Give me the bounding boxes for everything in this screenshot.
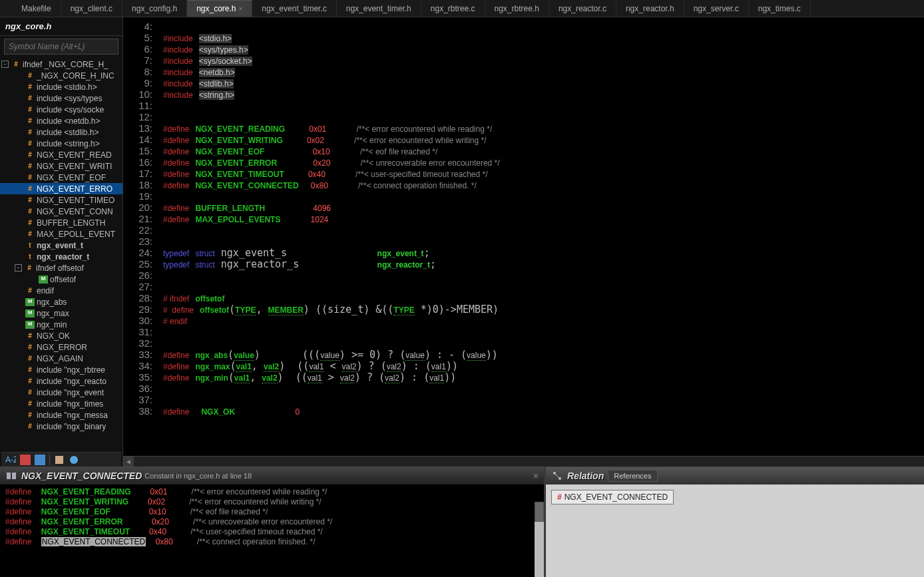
sort-az-icon[interactable]: A-Z [5, 455, 16, 465]
code-line[interactable]: #define NGX_EVENT_EOF 0x10 /**< eof file… [163, 145, 924, 156]
code-line[interactable]: #include <sys/types.h> [163, 43, 924, 55]
context-line[interactable]: #define NGX_EVENT_ERROR 0x20 /**< unreco… [5, 517, 539, 527]
context-vscrollbar[interactable] [535, 502, 544, 577]
close-icon[interactable]: × [533, 471, 539, 481]
tab-makefile[interactable]: Makefile [12, 1, 61, 17]
tab-ngx-config-h[interactable]: ngx_config.h [122, 1, 187, 17]
tab-ngx-core-h[interactable]: ngx_core.h× [187, 0, 252, 17]
code-line[interactable]: # define offsetof(TYPE, MEMBER) ((size_t… [163, 303, 924, 315]
symbol-node[interactable]: #include <sys/types [0, 93, 122, 104]
collapse-icon[interactable]: - [1, 61, 9, 68]
collapse-icon[interactable]: - [15, 264, 22, 272]
tab-ngx-reactor-h[interactable]: ngx_reactor.h [616, 1, 684, 17]
code-line[interactable] [163, 21, 924, 32]
code-line[interactable]: #include <stdio.h> [163, 32, 924, 43]
symbol-node[interactable]: #include "ngx_reacto [0, 375, 122, 387]
context-line[interactable]: #define NGX_EVENT_TIMEOUT 0x40 /**< user… [5, 527, 539, 537]
context-line[interactable]: #define NGX_EVENT_EOF 0x10 /**< eof file… [5, 507, 539, 517]
code-line[interactable]: #include <sys/socket.h> [163, 55, 924, 66]
symbol-node[interactable]: Mngx_min [0, 319, 122, 330]
symbol-node[interactable]: #include <stdlib.h> [0, 126, 122, 138]
symbol-node[interactable]: #NGX_EVENT_WRITI [0, 160, 122, 172]
symbol-node[interactable]: #include "ngx_rbtree [0, 364, 122, 375]
symbol-node[interactable]: Moffsetof [0, 274, 122, 285]
book-icon[interactable] [54, 455, 65, 465]
code-line[interactable] [163, 111, 924, 122]
relation-item[interactable]: # NGX_EVENT_CONNECTED [551, 490, 674, 504]
symbol-node[interactable]: #NGX_EVENT_READ [0, 149, 122, 160]
code-line[interactable]: #define MAX_EPOLL_EVENTS 1024 [163, 213, 924, 224]
code-line[interactable]: #define NGX_EVENT_WRITING 0x02 /**< erro… [163, 134, 924, 145]
code-line[interactable] [163, 224, 924, 236]
symbol-node[interactable]: #endif [0, 285, 122, 296]
tab-ngx-rbtree-h[interactable]: ngx_rbtree.h [485, 1, 549, 17]
symbol-node[interactable]: Mngx_max [0, 307, 122, 319]
code-editor[interactable]: 4:5:6:7:8:9:10:11:12:13:14:15:16:17:18:1… [123, 17, 924, 467]
code-line[interactable] [163, 394, 924, 405]
symbol-node[interactable]: #include <string.h> [0, 138, 122, 149]
code-line[interactable]: typedef struct ngx_reactor_s ngx_reactor… [163, 258, 924, 270]
symbol-node[interactable]: #NGX_OK [0, 330, 122, 341]
code-line[interactable] [163, 190, 924, 202]
tab-ngx-reactor-c[interactable]: ngx_reactor.c [549, 1, 616, 17]
code-line[interactable]: #define NGX_EVENT_CONNECTED 0x80 /**< co… [163, 179, 924, 190]
scroll-left-arrow[interactable]: ◄ [123, 457, 134, 467]
symbol-node[interactable]: #include "ngx_messa [0, 409, 122, 421]
context-body[interactable]: #define NGX_EVENT_READING 0x01 /**< erro… [0, 484, 544, 577]
code-line[interactable]: #define ngx_max(val1, val2) ((val1 < val… [163, 360, 924, 371]
symbol-node[interactable]: #NGX_EVENT_ERRO [0, 183, 122, 194]
code-line[interactable]: #include <stdlib.h> [163, 77, 924, 89]
tab-ngx-server-c[interactable]: ngx_server.c [684, 1, 749, 17]
context-line[interactable]: #define NGX_EVENT_WRITING 0x02 /**< erro… [5, 497, 539, 507]
tab-ngx-client-c[interactable]: ngx_client.c [61, 1, 122, 17]
code-line[interactable]: typedef struct ngx_event_s ngx_event_t; [163, 247, 924, 258]
close-icon[interactable]: × [239, 5, 243, 13]
code-line[interactable] [163, 100, 924, 111]
code-line[interactable] [163, 270, 924, 281]
tab-ngx-event-timer-c[interactable]: ngx_event_timer.c [252, 1, 336, 17]
code-line[interactable] [163, 337, 924, 349]
relation-body[interactable]: # NGX_EVENT_CONNECTED [546, 484, 924, 577]
symbol-node[interactable]: tngx_reactor_t [0, 251, 122, 262]
symbol-node[interactable]: #BUFFER_LENGTH [0, 217, 122, 228]
symbol-search-input[interactable] [4, 39, 118, 55]
code-line[interactable]: #define NGX_EVENT_ERROR 0x20 /**< unreco… [163, 156, 924, 168]
gear-icon[interactable] [69, 455, 79, 465]
symbol-node[interactable]: #include "ngx_event [0, 387, 122, 398]
symbol-node[interactable]: #include <netdb.h> [0, 115, 122, 126]
symbol-node[interactable]: #_NGX_CORE_H_INC [0, 70, 122, 81]
symbol-node[interactable]: #NGX_AGAIN [0, 353, 122, 364]
symbol-node[interactable]: #NGX_EVENT_CONN [0, 206, 122, 217]
code-line[interactable]: #define NGX_EVENT_READING 0x01 /**< erro… [163, 122, 924, 134]
symbol-node[interactable]: -#ifndef _NGX_CORE_H_ [0, 59, 122, 70]
code-line[interactable]: # ifndef offsetof [163, 292, 924, 303]
symbol-node[interactable]: #NGX_EVENT_EOF [0, 172, 122, 183]
symbol-node[interactable]: -#ifndef offsetof [0, 262, 122, 274]
code-line[interactable]: # endif [163, 315, 924, 326]
code-line[interactable]: #define ngx_abs(value) (((value) >= 0) ?… [163, 349, 924, 360]
tab-ngx-event-timer-h[interactable]: ngx_event_timer.h [337, 1, 421, 17]
code-line[interactable]: #define ngx_min(val1, val2) ((val1 > val… [163, 371, 924, 383]
symbol-node[interactable]: #NGX_EVENT_TIMEO [0, 194, 122, 206]
scroll-track[interactable] [134, 457, 924, 467]
code-line[interactable]: #define BUFFER_LENGTH 4096 [163, 202, 924, 213]
context-line[interactable]: #define NGX_EVENT_CONNECTED 0x80 /**< co… [5, 537, 539, 547]
code-line[interactable] [163, 281, 924, 292]
symbol-node[interactable]: #include <sys/socke [0, 104, 122, 115]
code-line[interactable]: #define NGX_OK 0 [163, 405, 924, 417]
symbol-node[interactable]: #include "ngx_binary [0, 421, 122, 432]
code-line[interactable] [163, 326, 924, 337]
symbol-node[interactable]: tngx_event_t [0, 240, 122, 251]
tab-ngx-times-c[interactable]: ngx_times.c [749, 1, 811, 17]
code-body[interactable]: #include <stdio.h>#include <sys/types.h>… [163, 17, 924, 417]
tree-icon[interactable] [35, 455, 45, 465]
code-line[interactable]: #include <netdb.h> [163, 66, 924, 77]
symbol-node[interactable]: #include <stdio.h> [0, 81, 122, 93]
code-line[interactable] [163, 383, 924, 394]
relation-tab-references[interactable]: References [608, 470, 657, 482]
list-icon[interactable] [20, 455, 31, 465]
code-line[interactable]: #define NGX_EVENT_TIMEOUT 0x40 /**< user… [163, 168, 924, 179]
symbol-node[interactable]: Mngx_abs [0, 296, 122, 307]
symbol-node[interactable]: #NGX_ERROR [0, 341, 122, 353]
symbol-node[interactable]: #MAX_EPOLL_EVENT [0, 228, 122, 240]
